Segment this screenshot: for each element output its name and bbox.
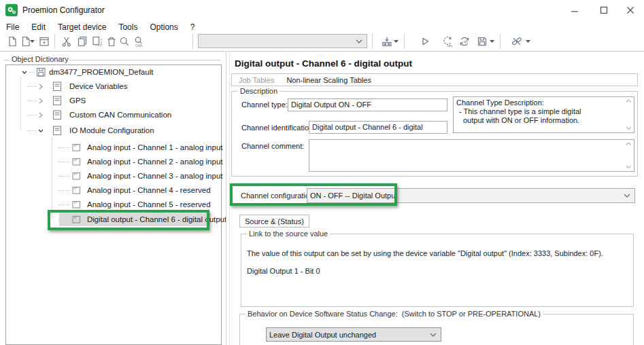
tree-connector bbox=[27, 115, 37, 115]
dropdown-caret-icon bbox=[30, 40, 35, 43]
tree-item-label: Custom CAN Communication bbox=[69, 111, 171, 119]
channel-identification-input[interactable]: Digital output - Channel 6 - digital out… bbox=[309, 121, 447, 134]
menu-target-device[interactable]: Target device bbox=[58, 21, 112, 33]
tree-item-device-variables[interactable]: Device Variables bbox=[12, 79, 224, 94]
tree-connector bbox=[27, 130, 37, 131]
refresh-can-button[interactable]: CAN bbox=[456, 33, 473, 50]
tree-item-root[interactable]: dm3477_PROEMION_Default bbox=[12, 65, 224, 79]
save-window-icon bbox=[38, 35, 50, 48]
source-bit-text: Digital Output 1 - Bit 0 bbox=[247, 267, 320, 275]
toolbar-separator bbox=[54, 34, 55, 49]
menu-edit[interactable]: Edit bbox=[31, 21, 52, 33]
tab-source-status[interactable]: Source & (Status) bbox=[239, 215, 309, 228]
channel-comment-label: Channel comment: bbox=[241, 142, 304, 150]
tree-item-gps[interactable]: GPS bbox=[12, 94, 224, 108]
menu-file[interactable]: File bbox=[6, 21, 25, 33]
tree-item-label: Analog input - Channel 3 - analog input bbox=[87, 172, 222, 180]
title-bar: Proemion Configurator bbox=[0, 0, 644, 20]
toolbar-separator bbox=[372, 34, 373, 49]
tree-item-label: GPS bbox=[69, 96, 86, 105]
nonlinear-scaling-tables-link[interactable]: Non-linear Scaling Tables bbox=[286, 76, 371, 84]
type-description-line: Channel Type Description: bbox=[456, 98, 631, 107]
paste-icon bbox=[91, 35, 103, 48]
minimize-button[interactable] bbox=[561, 1, 588, 20]
write-to-device-dropdown[interactable] bbox=[393, 33, 399, 50]
close-button[interactable] bbox=[617, 1, 644, 20]
document-icon bbox=[52, 109, 63, 120]
expander-collapsed-icon bbox=[38, 98, 44, 104]
channel-identification-label: Channel identification: bbox=[241, 124, 315, 132]
disconnect-button[interactable] bbox=[509, 33, 525, 50]
tree-item-channel-1[interactable]: Analog input - Channel 1 - analog input bbox=[12, 141, 224, 155]
tree-item-channel-2[interactable]: Analog input - Channel 2 - analog input bbox=[12, 155, 224, 169]
link-source-group-label: Link to the source value bbox=[247, 230, 330, 238]
tree-connector bbox=[58, 190, 69, 191]
tree-connector bbox=[58, 162, 69, 162]
app-window: Proemion Configurator File Edit Target d… bbox=[0, 0, 644, 345]
scroll-down-icon[interactable] bbox=[626, 126, 632, 130]
cut-button[interactable] bbox=[58, 33, 75, 50]
menu-help[interactable]: ? bbox=[190, 21, 201, 33]
device-icon bbox=[35, 67, 46, 77]
open-document-dropdown[interactable] bbox=[29, 33, 35, 50]
sync-can-button[interactable]: CAN bbox=[439, 33, 456, 50]
maximize-button[interactable] bbox=[590, 1, 617, 20]
tree-item-label: Analog input - Channel 5 - reserved bbox=[87, 200, 211, 208]
menu-options[interactable]: Options bbox=[150, 21, 184, 33]
panel-splitter[interactable] bbox=[226, 52, 226, 345]
save-window-button[interactable] bbox=[36, 33, 52, 50]
annotation-highlight-tree-item bbox=[48, 210, 209, 230]
tree-item-label: Analog input - Channel 2 - analog input bbox=[87, 158, 222, 166]
disconnect-icon bbox=[511, 35, 523, 48]
copy-button[interactable] bbox=[74, 33, 90, 50]
tree-item-label: Device Variables bbox=[69, 82, 127, 90]
scroll-up-icon[interactable] bbox=[626, 142, 632, 146]
behavior-combobox[interactable]: Leave Digital Output unchanged bbox=[266, 327, 441, 342]
channel-comment-textarea[interactable] bbox=[309, 139, 634, 172]
app-logo-icon bbox=[5, 4, 18, 16]
scroll-up-icon[interactable] bbox=[626, 99, 632, 103]
description-groupbox: Description Channel type: Digital Output… bbox=[231, 91, 638, 177]
tree-connector bbox=[27, 86, 37, 87]
tree-item-io-module-config[interactable]: IO Module Configuration bbox=[12, 124, 224, 138]
tree-group-label: Object Dictionary bbox=[10, 55, 71, 63]
target-device-combobox[interactable] bbox=[198, 34, 367, 48]
search-can-button[interactable]: CAN bbox=[131, 33, 147, 50]
save-disk-button[interactable] bbox=[474, 33, 490, 50]
tree-item-channel-4[interactable]: Analog input - Channel 4 - reserved bbox=[12, 183, 224, 198]
chevron-down-icon bbox=[356, 39, 362, 43]
write-to-device-icon bbox=[381, 35, 393, 48]
channel-identification-value: Digital output - Channel 6 - digital out… bbox=[312, 123, 423, 134]
tree-item-custom-can[interactable]: Custom CAN Communication bbox=[12, 108, 224, 122]
expander-collapsed-icon bbox=[38, 84, 44, 90]
page-title: Digital output - Channel 6 - digital out… bbox=[235, 58, 412, 69]
expander-expanded-icon bbox=[38, 128, 44, 134]
toolbar: CAN CAN bbox=[0, 33, 644, 51]
tree-connector bbox=[27, 101, 37, 101]
chevron-down-icon bbox=[430, 333, 437, 337]
channel-type-label: Channel type: bbox=[241, 101, 288, 109]
save-disk-dropdown[interactable] bbox=[489, 33, 495, 50]
new-document-icon bbox=[6, 35, 18, 48]
tree-connector bbox=[58, 176, 69, 177]
close-icon bbox=[626, 6, 634, 14]
sync-can-icon: CAN bbox=[441, 35, 454, 48]
scroll-down-icon[interactable] bbox=[626, 165, 632, 169]
source-description-text: The value of this output can be set by u… bbox=[247, 249, 603, 257]
tree-item-channel-3[interactable]: Analog input - Channel 3 - analog input bbox=[12, 169, 224, 183]
behavior-groupbox: Behavior on Device Software Status Chang… bbox=[239, 314, 634, 345]
menu-tools[interactable]: Tools bbox=[118, 21, 143, 33]
channel-type-description-box[interactable]: Channel Type Description: - This channel… bbox=[453, 96, 634, 133]
behavior-combo-value: Leave Digital Output unchanged bbox=[269, 331, 376, 339]
channel-icon bbox=[71, 199, 82, 210]
channel-type-input[interactable]: Digital Output ON - OFF bbox=[288, 98, 447, 111]
groupbox-border bbox=[69, 60, 220, 60]
search-icon bbox=[118, 35, 131, 48]
behavior-group-label: Behavior on Device Software Status Chang… bbox=[245, 310, 543, 318]
expander-collapsed-icon bbox=[38, 112, 44, 118]
channel-type-value: Digital Output ON - OFF bbox=[291, 101, 371, 109]
cut-icon bbox=[61, 35, 73, 48]
expander-expanded-icon bbox=[22, 69, 27, 75]
start-button[interactable] bbox=[417, 33, 433, 50]
disconnect-dropdown[interactable] bbox=[525, 33, 531, 50]
